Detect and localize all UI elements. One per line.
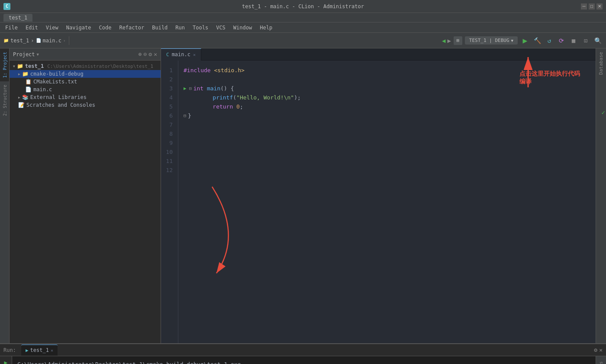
nav-forward-icon[interactable]: ▶ [447, 37, 451, 44]
code-line-7 [184, 120, 590, 129]
menu-code[interactable]: Code [96, 24, 115, 32]
toolbar-sep [69, 36, 69, 45]
attach-button[interactable]: ⊡ [581, 36, 590, 45]
rerun-button[interactable]: ▶ [2, 358, 10, 364]
file-icon: 📄 [36, 38, 41, 43]
project-panel-header: Project ▼ ⊕ ⊖ ⚙ ✕ [10, 48, 161, 61]
search-everywhere-button[interactable]: 🔍 [593, 36, 603, 45]
nav-back-icon[interactable]: ◀ [442, 37, 445, 44]
toolbar: 📁 test_1 › 📄 main.c › ◀ ▶ ⊞ TEST_1 | DEB… [0, 33, 606, 48]
menu-vcs[interactable]: VCS [213, 24, 229, 32]
bottom-panel: Run: ▶ test_1 ✕ ⚙ ✕ ▶ ↑ ↓ ■ 🔵 🖨 ↑ 🗑 C:\U… [0, 343, 606, 364]
cmake-build-name: cmake-build-debug [30, 71, 84, 77]
run-tab-icon: ▶ [26, 348, 29, 353]
menu-edit[interactable]: Edit [22, 24, 42, 32]
ext-libs-name: External Libraries [30, 94, 87, 100]
title-bar-left: C [3, 3, 10, 10]
profile-button[interactable]: ⟳ [557, 36, 566, 45]
run-tab-close[interactable]: ✕ [51, 348, 53, 353]
panel-collapse-icon[interactable]: ⊖ [144, 51, 147, 57]
run-tab-name: test_1 [30, 347, 49, 353]
close-button[interactable]: ✕ [596, 3, 603, 10]
cmake-file-name: CMakeLists.txt [33, 79, 77, 85]
bottom-tabs: Run: ▶ test_1 ✕ ⚙ ✕ [0, 344, 606, 356]
breadcrumb-sep: › [31, 38, 34, 44]
menu-build[interactable]: Build [148, 24, 171, 32]
layout-icon[interactable]: ⊞ [454, 36, 462, 45]
coverage-button[interactable]: ↺ [545, 36, 554, 45]
debug-build-button[interactable]: 🔨 [532, 36, 542, 45]
scratches-icon: 📝 [18, 102, 25, 108]
minimize-button[interactable]: ─ [581, 3, 587, 10]
stop-button[interactable]: ■ [569, 36, 578, 45]
breadcrumb-project: test_1 [10, 38, 29, 44]
app-icon: C [3, 3, 10, 10]
editor-tab-main-c[interactable]: C main.c ✕ [161, 48, 201, 61]
tree-cmake-build-debug[interactable]: ▶ 📁 cmake-build-debug [10, 70, 161, 78]
code-line-2 [184, 75, 590, 84]
panel-settings-icon[interactable]: ⚙ [148, 51, 152, 57]
tree-main-c[interactable]: 📄 main.c [10, 86, 161, 93]
panel-close-icon[interactable]: ✕ [154, 51, 157, 57]
window-controls: ─ □ ✕ [581, 3, 603, 10]
project-dropdown-icon[interactable]: ▼ [37, 52, 39, 57]
code-line-1: #include <stdio.h> [184, 66, 590, 75]
menu-bar: File Edit View Navigate Code Refactor Bu… [0, 22, 606, 33]
run-config-label: TEST_1 | DEBUG [469, 38, 509, 43]
bottom-panel-actions: ⚙ ✕ [594, 347, 603, 353]
window-tab[interactable]: test_1 [3, 14, 32, 22]
code-editor: 1 2 3 4 5 6 7 8 9 10 11 12 #include <std… [161, 61, 596, 343]
terminal-output: C:\Users\Administrator\Desktop\test_1\cm… [12, 356, 596, 364]
maximize-button[interactable]: □ [589, 3, 595, 10]
panel-header-actions: ⊕ ⊖ ⚙ ✕ [139, 51, 157, 57]
menu-navigate[interactable]: Navigate [63, 24, 95, 32]
run-button[interactable]: ▶ [520, 36, 530, 45]
code-line-4: printf("Hello, World!\n"); [184, 93, 590, 102]
menu-run[interactable]: Run [172, 24, 188, 32]
breadcrumb-file: main.c [43, 38, 61, 44]
menu-file[interactable]: File [2, 24, 21, 32]
main-area: 1: Project 2: Structure Project ▼ ⊕ ⊖ ⚙ … [0, 48, 606, 343]
menu-view[interactable]: View [42, 24, 62, 32]
right-side-strip: 2: Favorites ⭐ [596, 356, 606, 364]
run-gutter-icon[interactable]: ▶ [184, 84, 187, 93]
left-side-strip: 1: Project 2: Structure [0, 48, 10, 343]
sidebar-tab-structure[interactable]: 2: Structure [0, 81, 9, 119]
scratches-name: Scratches and Consoles [26, 102, 95, 108]
code-content[interactable]: #include <stdio.h> ▶ ⊟ int main() { prin… [178, 61, 596, 343]
tab-file-icon: C [166, 52, 169, 57]
tree-root[interactable]: ▼ 📁 test_1 C:\Users\Administrator\Deskto… [10, 62, 161, 70]
back-forward-nav: ◀ ▶ [442, 37, 451, 44]
toolbar-right: ◀ ▶ ⊞ TEST_1 | DEBUG ▼ ▶ 🔨 ↺ ⟳ ■ ⊡ 🔍 [442, 36, 603, 45]
exec-path-line: C:\Users\Administrator\Desktop\test_1\cm… [17, 360, 590, 364]
code-line-12 [184, 166, 590, 175]
collapse-close-icon: ⊟ [184, 111, 186, 120]
menu-tools[interactable]: Tools [189, 24, 212, 32]
collapse-icon: ⊟ [189, 84, 192, 93]
menu-help[interactable]: Help [256, 24, 276, 32]
code-line-11 [184, 156, 590, 166]
run-config-selector[interactable]: TEST_1 | DEBUG ▼ [465, 36, 518, 45]
database-label[interactable]: Database [598, 52, 604, 75]
tab-close-icon[interactable]: ✕ [193, 52, 196, 57]
cmake-folder-icon: 📁 [22, 71, 29, 77]
main-c-name: main.c [33, 86, 52, 93]
tree-external-libs[interactable]: ▶ 📚 External Libraries [10, 93, 161, 101]
code-line-5: return 0; [184, 102, 590, 111]
bottom-settings-icon[interactable]: ⚙ [594, 347, 597, 353]
panel-add-icon[interactable]: ⊕ [139, 51, 142, 57]
root-name: test_1 [25, 63, 44, 69]
menu-window[interactable]: Window [230, 24, 255, 32]
favorites-label[interactable]: 2: Favorites [597, 358, 605, 364]
project-panel: Project ▼ ⊕ ⊖ ⚙ ✕ ▼ 📁 test_1 C:\Users\Ad… [10, 48, 161, 343]
checkmark-icon: ✓ [602, 109, 605, 116]
sidebar-tab-project[interactable]: 1: Project [0, 48, 9, 81]
run-tab[interactable]: ▶ test_1 ✕ [21, 345, 58, 356]
bottom-close-icon[interactable]: ✕ [599, 347, 603, 353]
code-line-8 [184, 129, 590, 138]
menu-refactor[interactable]: Refactor [116, 24, 148, 32]
tree-scratches[interactable]: 📝 Scratches and Consoles [10, 101, 161, 109]
code-line-10 [184, 147, 590, 156]
tree-cmakelists[interactable]: 📋 CMakeLists.txt [10, 78, 161, 86]
title-bar: C test_1 - main.c - CLion - Administrato… [0, 0, 606, 13]
